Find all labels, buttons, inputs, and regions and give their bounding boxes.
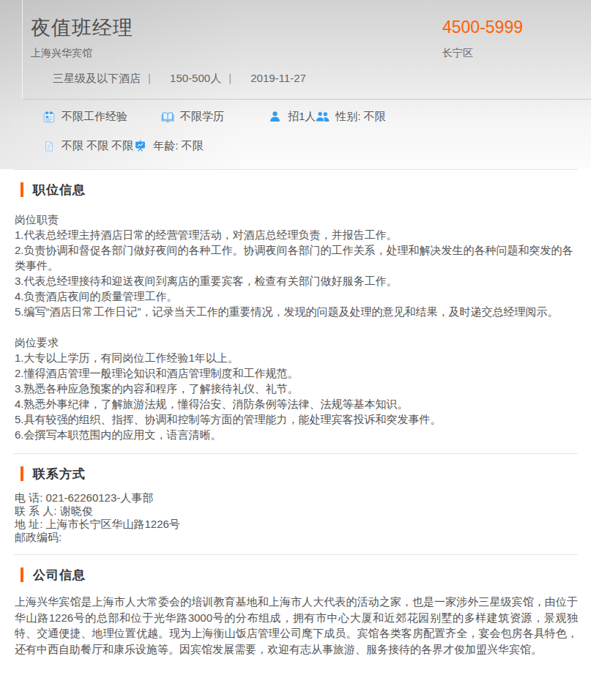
section-divider xyxy=(13,453,578,454)
description-line: 5.编写“酒店日常工作日记”，记录当天工作的重要情况，发现的问题及处理的意见和结… xyxy=(15,304,578,319)
contact-line: 联 系 人: 谢晓俊 xyxy=(15,504,578,518)
requirement-item: 性别: 不限 xyxy=(316,110,385,124)
section-header: 职位信息 xyxy=(21,181,578,198)
section-title: 职位信息 xyxy=(33,182,86,198)
company-tags: 三星级及以下酒店| 150-500人| 2019-11-27| xyxy=(53,72,306,86)
job-header: 夜值班经理 4500-5999 上海兴华宾馆 长宁区 三星级及以下酒店| 150… xyxy=(0,0,591,169)
description-line: 4.负责酒店夜间的质量管理工作。 xyxy=(15,288,578,304)
block-heading: 岗位要求 xyxy=(15,335,578,350)
requirement-label: 不限 不限 不限 xyxy=(62,139,133,153)
description-line: 2.负责协调和督促各部门做好夜间的各种工作。协调夜间各部门的工作关系，处理和解决… xyxy=(15,242,578,273)
contact-line: 邮政编码: xyxy=(15,531,578,544)
section-title: 联系方式 xyxy=(33,466,86,483)
header-divider xyxy=(22,99,591,100)
accent-bar xyxy=(21,567,23,582)
section-header: 公司信息 xyxy=(21,566,578,584)
description-line: 2.懂得酒店管理一般理论知识和酒店管理制度和工作规范。 xyxy=(15,365,578,381)
job-info-body: 岗位职责1.代表总经理主持酒店日常的经营管理活动，对酒店总经理负责，并报告工作。… xyxy=(15,212,578,442)
contact-body: 电 话: 021-62260123-人事部 联 系 人: 谢晓俊 地 址: 上海… xyxy=(15,491,578,544)
description-line: 4.熟悉外事纪律，了解旅游法规，懂得治安、消防条例等法律、法规等基本知识。 xyxy=(15,396,578,412)
tag-separator: | xyxy=(228,72,231,84)
section-company-info: 公司信息 上海兴华宾馆是上海市人大常委会的培训教育基地和上海市人大代表的活动之家… xyxy=(13,566,578,657)
section-job-info: 职位信息 岗位职责1.代表总经理主持酒店日常的经营管理活动，对酒店总经理负责，并… xyxy=(13,181,578,442)
requirement-label: 性别: 不限 xyxy=(335,110,385,124)
section-contact: 联系方式 电 话: 021-62260123-人事部 联 系 人: 谢晓俊 地 … xyxy=(13,465,578,544)
section-divider xyxy=(13,169,578,170)
requirements-row-1: 不限工作经验 不限学历 招1人 性别: 不限 xyxy=(42,110,584,124)
page-title: 夜值班经理 xyxy=(31,15,133,41)
tag-item: 2019-11-27| xyxy=(250,72,306,84)
tag-separator: | xyxy=(148,72,151,84)
requirement-item: 不限工作经验 xyxy=(42,110,160,124)
salary-range: 4500-5999 xyxy=(442,18,523,37)
company-name: 上海兴华宾馆 xyxy=(31,47,92,60)
requirement-item: 不限学历 xyxy=(160,110,268,124)
description-line: 3.熟悉各种应急预案的内容和程序，了解接待礼仪、礼节。 xyxy=(15,381,578,396)
accent-bar xyxy=(21,182,23,197)
requirement-item: 招1人 xyxy=(268,110,316,124)
district-label: 长宁区 xyxy=(442,47,473,60)
description-line: 1.代表总经理主持酒店日常的经营管理活动，对酒店总经理负责，并报告工作。 xyxy=(15,227,578,242)
age-icon xyxy=(133,139,147,153)
requirements-row-2: 不限 不限 不限 年龄: 不限 xyxy=(42,139,584,153)
accent-bar xyxy=(21,466,23,481)
experience-icon xyxy=(42,110,56,124)
description-line: 5.具有较强的组织、指挥、协调和控制等方面的管理能力，能处理宾客投诉和突发事件。 xyxy=(15,412,578,427)
contact-line: 电 话: 021-62260123-人事部 xyxy=(15,491,578,504)
tag-item: 150-500人| xyxy=(170,72,248,84)
description-line: 6.会撰写本职范围内的应用文，语言清晰。 xyxy=(15,427,578,442)
section-title: 公司信息 xyxy=(33,567,86,584)
requirement-label: 不限学历 xyxy=(180,110,224,124)
category-icon xyxy=(42,139,56,153)
card-left-edge xyxy=(22,0,23,99)
main-content: 职位信息 岗位职责1.代表总经理主持酒店日常的经营管理活动，对酒店总经理负责，并… xyxy=(0,169,591,657)
section-header: 联系方式 xyxy=(21,465,578,483)
contact-line: 地 址: 上海市长宁区华山路1226号 xyxy=(15,518,578,531)
gender-icon xyxy=(316,110,330,124)
headcount-icon xyxy=(268,110,282,124)
requirement-label: 年龄: 不限 xyxy=(153,139,203,153)
section-divider xyxy=(13,554,578,555)
requirement-label: 招1人 xyxy=(288,110,316,124)
requirement-label: 不限工作经验 xyxy=(62,110,127,124)
description-line: 3.代表总经理接待和迎送夜间到离店的重要宾客，检查有关部门做好服务工作。 xyxy=(15,273,578,288)
education-icon xyxy=(160,110,174,124)
block-heading: 岗位职责 xyxy=(15,212,578,227)
requirement-item: 不限 不限 不限 xyxy=(42,139,133,153)
blank-line xyxy=(15,319,578,335)
description-line: 1.大专以上学历，有同岗位工作经验1年以上。 xyxy=(15,350,578,365)
company-description: 上海兴华宾馆是上海市人大常委会的培训教育基地和上海市人大代表的活动之家，也是一家… xyxy=(15,594,578,657)
requirement-item: 年龄: 不限 xyxy=(133,139,203,153)
tag-item: 三星级及以下酒店| xyxy=(53,72,167,84)
